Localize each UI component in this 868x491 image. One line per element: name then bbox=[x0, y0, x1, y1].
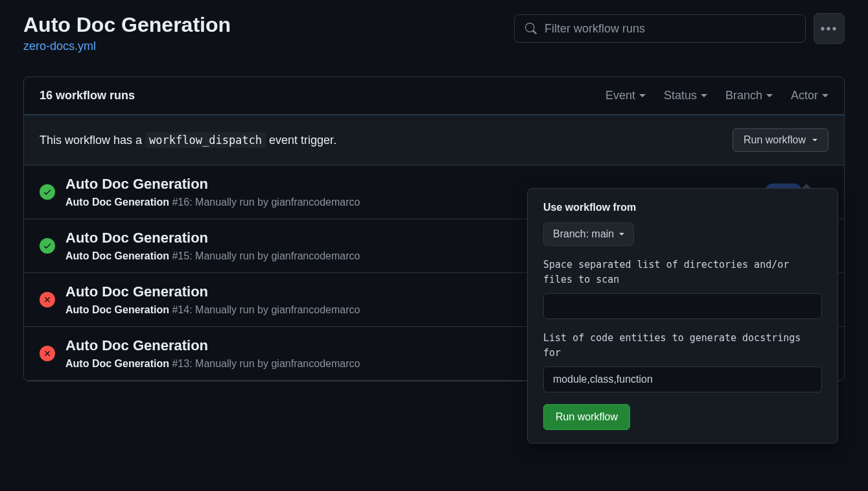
check-circle-icon bbox=[40, 184, 55, 200]
run-count: 16 workflow runs bbox=[40, 89, 135, 102]
entities-input[interactable] bbox=[543, 366, 822, 392]
filter-branch[interactable]: Branch bbox=[725, 89, 773, 102]
caret-down-icon bbox=[766, 94, 773, 97]
x-circle-icon bbox=[40, 346, 55, 361]
caret-down-icon bbox=[639, 94, 646, 97]
filter-label: Status bbox=[664, 89, 697, 102]
branch-selector-label: Branch: main bbox=[553, 228, 614, 240]
dispatch-code: workflow_dispatch bbox=[145, 132, 266, 148]
caret-down-icon bbox=[619, 233, 624, 235]
filter-event[interactable]: Event bbox=[605, 89, 646, 102]
caret-down-icon bbox=[701, 94, 707, 97]
filter-label: Actor bbox=[791, 89, 818, 102]
caret-down-icon bbox=[812, 139, 817, 141]
field-label-directories: Space separated list of directories and/… bbox=[543, 257, 822, 287]
field-label-entities: List of code entities to generate docstr… bbox=[543, 331, 822, 360]
dispatch-trigger-text: This workflow has a workflow_dispatch ev… bbox=[40, 134, 336, 147]
kebab-icon: ••• bbox=[820, 21, 838, 36]
branch-selector[interactable]: Branch: main bbox=[543, 222, 634, 246]
run-workflow-popup: Use workflow from Branch: main Space sep… bbox=[527, 188, 838, 444]
run-workflow-label: Run workflow bbox=[744, 134, 806, 146]
run-workflow-submit[interactable]: Run workflow bbox=[543, 404, 630, 430]
check-circle-icon bbox=[40, 238, 55, 254]
search-icon bbox=[525, 23, 537, 34]
filter-status[interactable]: Status bbox=[664, 89, 707, 102]
run-workflow-button[interactable]: Run workflow bbox=[733, 128, 828, 152]
search-input[interactable] bbox=[545, 22, 795, 36]
page-title: Auto Doc Generation bbox=[23, 13, 231, 37]
filter-label: Branch bbox=[725, 89, 762, 102]
filter-label: Event bbox=[605, 89, 635, 102]
more-options-button[interactable]: ••• bbox=[814, 13, 845, 44]
filter-actor[interactable]: Actor bbox=[791, 89, 828, 102]
caret-down-icon bbox=[822, 94, 828, 97]
search-box[interactable] bbox=[514, 14, 806, 43]
popup-title: Use workflow from bbox=[543, 202, 822, 213]
x-circle-icon bbox=[40, 292, 55, 307]
workflow-file-link[interactable]: zero-docs.yml bbox=[23, 40, 231, 53]
directories-input[interactable] bbox=[543, 293, 822, 319]
